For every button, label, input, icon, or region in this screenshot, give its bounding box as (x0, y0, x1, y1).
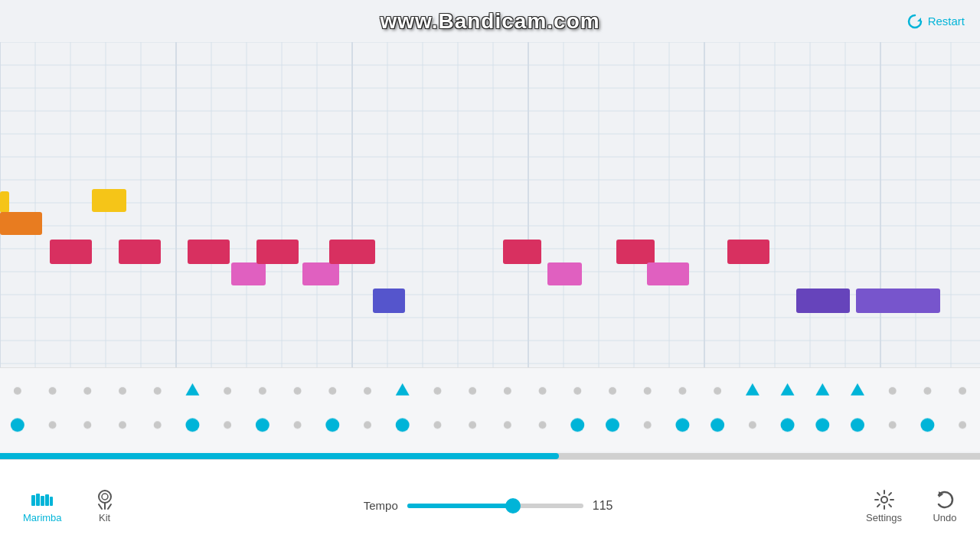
note-block[interactable] (373, 289, 405, 313)
note-block[interactable] (256, 240, 299, 264)
tempo-label: Tempo (364, 499, 398, 512)
note-block[interactable] (329, 240, 375, 264)
note-block[interactable] (0, 212, 42, 235)
svg-rect-5 (50, 497, 53, 506)
note-block[interactable] (856, 289, 940, 313)
tempo-value: 115 (593, 499, 619, 513)
tempo-slider[interactable] (407, 498, 583, 514)
undo-label: Undo (933, 512, 956, 523)
note-block[interactable] (727, 240, 769, 264)
settings-label: Settings (866, 512, 902, 523)
kit-icon (93, 487, 117, 512)
nav-item-undo[interactable]: Undo (917, 481, 972, 530)
tempo-thumb[interactable] (505, 498, 521, 514)
restart-label: Restart (928, 15, 965, 28)
tempo-track (407, 504, 583, 508)
tempo-fill (407, 504, 513, 508)
progress-bar-fill (0, 453, 559, 459)
nav-item-kit[interactable]: Kit (77, 481, 132, 530)
undo-icon (933, 487, 957, 512)
rhythm-area (0, 367, 980, 452)
restart-icon (906, 13, 923, 30)
tempo-section: Tempo 115 (132, 498, 851, 514)
note-block[interactable] (50, 240, 92, 264)
svg-line-9 (108, 504, 111, 509)
note-block[interactable] (547, 262, 582, 285)
svg-rect-1 (31, 495, 35, 506)
svg-line-8 (99, 504, 102, 509)
header: www.Bandicam.com Restart (0, 0, 980, 42)
svg-rect-4 (45, 494, 49, 506)
note-block[interactable] (92, 189, 126, 212)
note-block[interactable] (188, 240, 230, 264)
note-block[interactable] (231, 262, 266, 285)
restart-button[interactable]: Restart (906, 13, 965, 30)
note-block[interactable] (647, 262, 689, 285)
nav-item-settings[interactable]: Settings (851, 481, 917, 530)
nav-right: Settings Undo (851, 481, 980, 530)
marimba-icon (30, 487, 54, 512)
note-block[interactable] (796, 289, 850, 313)
settings-icon (872, 487, 897, 512)
note-block[interactable] (119, 240, 161, 264)
svg-point-11 (881, 497, 887, 503)
bottom-toolbar: Marimba Kit Tempo 115 (0, 459, 980, 551)
svg-rect-2 (36, 494, 40, 506)
note-block[interactable] (503, 240, 541, 264)
svg-point-7 (102, 494, 108, 500)
kit-label: Kit (99, 512, 110, 523)
rhythm-canvas (0, 368, 980, 452)
note-block[interactable] (302, 262, 339, 285)
watermark: www.Bandicam.com (380, 9, 599, 34)
nav-left: Marimba Kit (0, 481, 132, 530)
progress-bar-container[interactable] (0, 453, 980, 459)
note-block[interactable] (0, 191, 9, 213)
nav-item-marimba[interactable]: Marimba (8, 481, 77, 530)
svg-rect-3 (41, 496, 44, 506)
note-block[interactable] (616, 240, 655, 264)
marimba-label: Marimba (23, 512, 62, 523)
svg-point-6 (99, 491, 111, 503)
svg-marker-0 (917, 18, 921, 21)
